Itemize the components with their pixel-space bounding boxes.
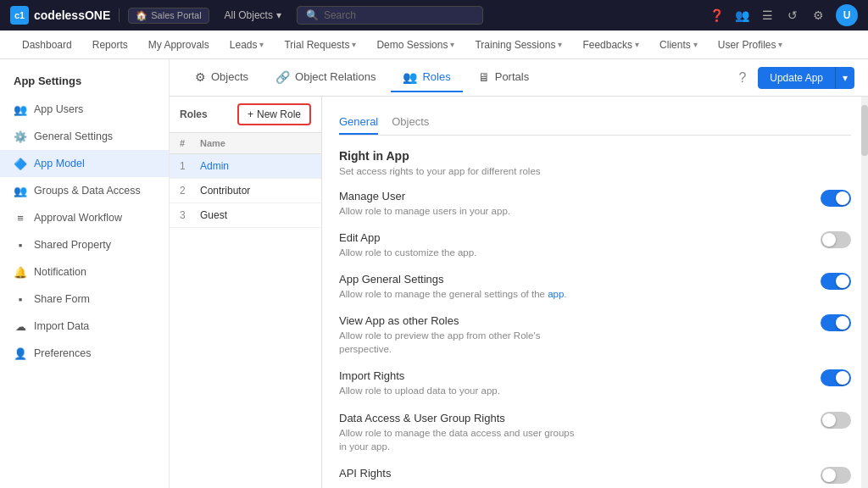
settings-tab-objects[interactable]: Objects xyxy=(392,110,429,135)
sidebar-label-app-users: App Users xyxy=(34,103,83,115)
toggle-view-app-as-other-roles[interactable] xyxy=(821,314,851,331)
nav-label-approvals: My Approvals xyxy=(148,39,209,51)
nav-item-training-sessions[interactable]: Training Sessions xyxy=(466,34,570,56)
perm-label-api-rights: API Rights xyxy=(339,467,391,480)
perm-label-app-general-settings: App General Settings xyxy=(339,273,567,286)
history-icon[interactable]: ↺ xyxy=(785,8,800,23)
sidebar-label-import-data: Import Data xyxy=(34,320,89,332)
general-settings-icon: ⚙️ xyxy=(14,130,27,143)
sidebar-item-shared-property[interactable]: ▪ Shared Property xyxy=(0,231,169,258)
nav-label-training-sessions: Training Sessions xyxy=(475,39,555,51)
app-name-label: Sales Portal xyxy=(151,10,201,20)
nav-item-leads[interactable]: Leads xyxy=(221,34,273,56)
settings-icon[interactable]: ⚙ xyxy=(810,8,826,23)
object-relations-tab-label: Object Relations xyxy=(295,70,376,83)
toggle-import-rights[interactable] xyxy=(821,369,851,386)
app-link[interactable]: app xyxy=(548,289,564,299)
tab-objects[interactable]: ⚙ Objects xyxy=(183,64,260,92)
sidebar-item-groups-data-access[interactable]: 👥 Groups & Data Access xyxy=(0,177,169,204)
toggle-manage-user[interactable] xyxy=(821,190,851,207)
settings-tab-general-label: General xyxy=(339,115,378,128)
new-role-label: New Role xyxy=(257,108,301,120)
role-num-1: 1 xyxy=(180,160,200,172)
perm-desc-edit-app: Allow role to customize the app. xyxy=(339,246,476,259)
sidebar-item-app-users[interactable]: 👥 App Users xyxy=(0,96,169,123)
all-objects-label: All Objects xyxy=(225,9,273,21)
scrollbar-track[interactable] xyxy=(861,97,868,488)
nav-label-leads: Leads xyxy=(230,39,258,51)
permission-view-app-as-other-roles: View App as other Roles Allow role to pr… xyxy=(339,314,851,356)
avatar[interactable]: U xyxy=(836,4,858,26)
section-title: Right in App xyxy=(339,149,851,163)
main-tabs: ⚙ Objects 🔗 Object Relations 👥 Roles 🖥 P… xyxy=(183,64,541,92)
toggle-knob-data-access xyxy=(822,413,836,427)
roles-title: Roles xyxy=(180,108,208,120)
toggle-edit-app[interactable] xyxy=(821,231,851,248)
nav-item-reports[interactable]: Reports xyxy=(84,34,136,56)
nav-label-user-profiles: User Profiles xyxy=(718,39,776,51)
nav-item-feedbacks[interactable]: Feedbacks xyxy=(574,34,648,56)
settings-tab-general[interactable]: General xyxy=(339,110,378,135)
chevron-down-icon: ▾ xyxy=(276,9,281,21)
col-name: Name xyxy=(200,138,311,148)
app-name-badge[interactable]: 🏠 Sales Portal xyxy=(128,8,209,24)
logo-icon: c1 xyxy=(10,6,29,25)
permission-manage-user: Manage User Allow role to manage users i… xyxy=(339,190,851,218)
nav-label-dashboard: Dashboard xyxy=(22,39,72,51)
toggle-api-rights[interactable] xyxy=(821,467,851,484)
search-bar[interactable]: 🔍 Search xyxy=(297,6,483,25)
role-num-2: 2 xyxy=(180,185,200,197)
perm-desc-import-rights: Allow role to upload data to your app. xyxy=(339,384,500,397)
toggle-app-general-settings[interactable] xyxy=(821,273,851,290)
role-row-admin[interactable]: 1 Admin xyxy=(170,154,321,179)
sidebar-item-general-settings[interactable]: ⚙️ General Settings xyxy=(0,123,169,150)
sidebar-item-notification[interactable]: 🔔 Notification xyxy=(0,258,169,286)
tab-roles[interactable]: 👥 Roles xyxy=(391,64,462,92)
app-model-icon: 🔷 xyxy=(14,157,27,170)
nav-label-demo-sessions: Demo Sessions xyxy=(376,39,448,51)
perm-desc-data-access: Allow role to manage the data access and… xyxy=(339,426,576,453)
top-nav-actions: ❓ 👥 ☰ ↺ ⚙ U xyxy=(709,4,858,26)
perm-label-import-rights: Import Rights xyxy=(339,369,500,382)
nav-item-dashboard[interactable]: Dashboard xyxy=(14,34,81,56)
sidebar-item-share-form[interactable]: ▪ Share Form xyxy=(0,286,169,313)
role-row-contributor[interactable]: 2 Contributor xyxy=(170,179,321,203)
update-app-button[interactable]: Update App xyxy=(758,67,835,89)
sidebar-item-approval-workflow[interactable]: ≡ Approval Workflow xyxy=(0,204,169,231)
sidebar-item-app-model[interactable]: 🔷 App Model xyxy=(0,150,169,177)
sidebar-label-general-settings: General Settings xyxy=(34,130,113,142)
search-placeholder: Search xyxy=(324,9,356,21)
sidebar-item-preferences[interactable]: 👤 Preferences xyxy=(0,340,169,367)
permission-data-access-user-group-rights: Data Access & User Group Rights Allow ro… xyxy=(339,412,851,453)
toggle-data-access[interactable] xyxy=(821,412,851,429)
shared-property-icon: ▪ xyxy=(14,238,27,252)
sidebar-label-groups-data-access: Groups & Data Access xyxy=(34,185,141,197)
nav-item-clients[interactable]: Clients xyxy=(651,34,706,56)
tab-help-icon[interactable]: ? xyxy=(738,70,746,86)
perm-label-edit-app: Edit App xyxy=(339,231,476,244)
tab-portals[interactable]: 🖥 Portals xyxy=(466,64,541,92)
groups-icon: 👥 xyxy=(14,184,27,197)
help-icon[interactable]: ❓ xyxy=(709,8,724,23)
new-role-button[interactable]: + New Role xyxy=(237,103,311,125)
nav-label-reports: Reports xyxy=(92,39,128,51)
list-icon[interactable]: ☰ xyxy=(760,8,775,23)
role-name-guest: Guest xyxy=(200,209,311,221)
users-icon[interactable]: 👥 xyxy=(734,8,749,23)
nav-item-user-profiles[interactable]: User Profiles xyxy=(709,34,792,56)
role-row-guest[interactable]: 3 Guest xyxy=(170,203,321,228)
nav-item-demo-sessions[interactable]: Demo Sessions xyxy=(368,34,463,56)
sidebar-item-import-data[interactable]: ☁ Import Data xyxy=(0,313,169,340)
nav-label-clients: Clients xyxy=(659,39,691,51)
nav-item-approvals[interactable]: My Approvals xyxy=(140,34,218,56)
roles-table-header: # Name xyxy=(170,133,321,154)
tab-object-relations[interactable]: 🔗 Object Relations xyxy=(264,64,387,92)
scrollbar-thumb[interactable] xyxy=(861,105,868,156)
sidebar-label-preferences: Preferences xyxy=(34,347,91,359)
object-relations-tab-icon: 🔗 xyxy=(275,70,290,84)
update-app-dropdown-button[interactable]: ▾ xyxy=(835,67,854,89)
roles-table: # Name 1 Admin 2 Contributor 3 Guest xyxy=(170,133,321,488)
perm-desc-app-general-settings: Allow role to manage the general setting… xyxy=(339,287,567,301)
all-objects-dropdown[interactable]: All Objects ▾ xyxy=(218,7,288,24)
nav-item-trial-requests[interactable]: Trial Requests xyxy=(275,34,364,56)
